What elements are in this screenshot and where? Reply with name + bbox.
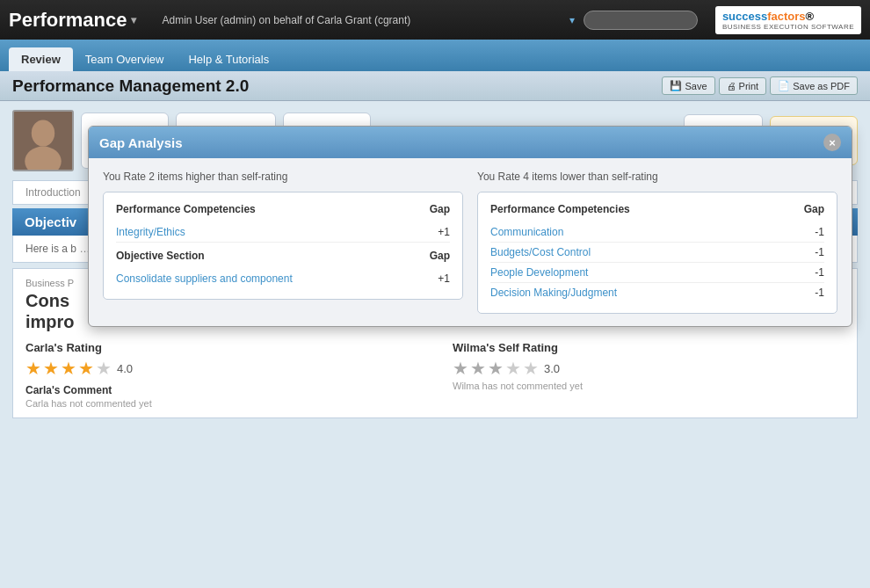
sf-logo: successfactors® BUSINESS EXECUTION SOFTW… bbox=[715, 6, 861, 34]
gap-right-panel: Performance Competencies Gap Communicati… bbox=[477, 192, 837, 314]
wilma-comment-text: Wilma has not commented yet bbox=[453, 381, 845, 391]
gap-right-link-2[interactable]: People Development bbox=[490, 266, 588, 279]
gap-left-panel: Performance Competencies Gap Integrity/E… bbox=[103, 192, 463, 300]
gap-right-container: You Rate 4 items lower than self-rating … bbox=[477, 171, 837, 314]
wilma-star-5: ★ bbox=[523, 358, 539, 379]
avatar bbox=[12, 110, 74, 171]
logo-sub: BUSINESS EXECUTION SOFTWARE bbox=[722, 23, 854, 31]
tab-review[interactable]: Review bbox=[9, 47, 73, 71]
carla-score: 4.0 bbox=[117, 362, 133, 375]
carla-rating-label: Carla's Rating bbox=[25, 341, 417, 354]
carla-star-2: ★ bbox=[43, 358, 59, 379]
gap-obj-col2: Gap bbox=[430, 250, 450, 262]
gap-obj-gap-0: +1 bbox=[438, 272, 450, 285]
gap-left-header: Performance Competencies Gap bbox=[116, 203, 450, 219]
print-icon: 🖨 bbox=[727, 81, 736, 91]
wilma-rating-label: Wilma's Self Rating bbox=[453, 341, 845, 354]
gap-analysis-popup: Gap Analysis × You Rate 2 items higher t… bbox=[88, 126, 852, 327]
objectives-body-text: Here is a b bbox=[25, 243, 76, 255]
gap-right-gap-3: -1 bbox=[815, 287, 824, 299]
carla-star-5: ★ bbox=[96, 358, 112, 379]
user-context: Admin User (admin) on behalf of Carla Gr… bbox=[163, 14, 561, 26]
gap-right-link-1[interactable]: Budgets/Cost Control bbox=[490, 246, 591, 258]
page-toolbar: Performance Management 2.0 💾 Save 🖨 Prin… bbox=[0, 71, 870, 101]
carla-star-1: ★ bbox=[25, 358, 41, 379]
gap-obj-header: Objective Section Gap bbox=[116, 250, 450, 265]
gap-right-gap-2: -1 bbox=[815, 266, 824, 279]
gap-left-col2: Gap bbox=[430, 203, 450, 215]
rating-row: Carla's Rating ★ ★ ★ ★ ★ 4.0 Carla's Com… bbox=[25, 341, 845, 409]
carla-rating-col: Carla's Rating ★ ★ ★ ★ ★ 4.0 Carla's Com… bbox=[25, 341, 417, 409]
gap-right-link-3[interactable]: Decision Making/Judgment bbox=[490, 287, 617, 299]
print-label: Print bbox=[739, 81, 759, 91]
gap-right-row-1: Budgets/Cost Control -1 bbox=[490, 243, 824, 263]
svg-rect-3 bbox=[14, 112, 72, 170]
intro-text: Introduction bbox=[25, 186, 81, 199]
gap-left-gap-0: +1 bbox=[438, 226, 450, 238]
wilma-score: 3.0 bbox=[544, 362, 560, 375]
gap-obj-link-0[interactable]: Consolidate suppliers and component bbox=[116, 272, 293, 285]
wilma-stars: ★ ★ ★ ★ ★ 3.0 bbox=[453, 358, 845, 379]
wilma-star-4: ★ bbox=[505, 358, 521, 379]
gap-left-title: You Rate 2 items higher than self-rating bbox=[103, 171, 463, 183]
main-nav: Review Team Overview Help & Tutorials bbox=[0, 40, 870, 71]
gap-popup-title: Gap Analysis bbox=[99, 135, 182, 150]
gap-right-col2: Gap bbox=[804, 203, 824, 215]
gap-right-col1: Performance Competencies bbox=[490, 203, 630, 215]
carla-stars: ★ ★ ★ ★ ★ 4.0 bbox=[25, 358, 417, 379]
gap-popup-header: Gap Analysis × bbox=[89, 127, 852, 158]
gap-right-row-0: Communication -1 bbox=[490, 222, 824, 243]
app-title[interactable]: Performance ▾ bbox=[9, 9, 136, 32]
logo-factors: factors bbox=[767, 10, 805, 23]
main-content: 3.8 Overall Score *0 Incomplete Items #2… bbox=[0, 101, 870, 588]
save-pdf-label: Save as PDF bbox=[793, 81, 850, 91]
gap-right-row-2: People Development -1 bbox=[490, 263, 824, 283]
gap-left-row-0: Integrity/Ethics +1 bbox=[116, 222, 450, 243]
pdf-icon: 📄 bbox=[778, 80, 790, 91]
save-button[interactable]: 💾 Save bbox=[662, 76, 714, 95]
gap-right-row-3: Decision Making/Judgment -1 bbox=[490, 283, 824, 302]
gap-right-gap-0: -1 bbox=[815, 226, 824, 238]
wilma-star-2: ★ bbox=[470, 358, 486, 379]
gap-right-title: You Rate 4 items lower than self-rating bbox=[477, 171, 837, 183]
wilma-star-3: ★ bbox=[488, 358, 504, 379]
gap-left-container: You Rate 2 items higher than self-rating… bbox=[103, 171, 463, 314]
wilma-star-1: ★ bbox=[453, 358, 468, 379]
carla-star-3: ★ bbox=[61, 358, 76, 379]
app-header: Performance ▾ Admin User (admin) on beha… bbox=[0, 0, 870, 40]
gap-obj-row-0: Consolidate suppliers and component +1 bbox=[116, 269, 450, 288]
carla-star-4: ★ bbox=[78, 358, 94, 379]
gap-right-link-0[interactable]: Communication bbox=[490, 226, 563, 238]
wilma-rating-col: Wilma's Self Rating ★ ★ ★ ★ ★ 3.0 Wilma … bbox=[453, 341, 845, 409]
save-label: Save bbox=[685, 81, 707, 91]
gap-left-col1: Performance Competencies bbox=[116, 203, 256, 215]
global-search-input[interactable] bbox=[584, 11, 698, 30]
save-icon: 💾 bbox=[670, 80, 682, 91]
save-pdf-button[interactable]: 📄 Save as PDF bbox=[770, 76, 858, 95]
carla-comment-label: Carla's Comment bbox=[25, 384, 417, 396]
gap-objective-section-label: Objective Section Gap bbox=[116, 250, 450, 265]
user-dropdown-icon[interactable]: ▾ bbox=[569, 14, 575, 26]
print-button[interactable]: 🖨 Print bbox=[719, 77, 767, 95]
objectives-title: Objectiv bbox=[25, 214, 76, 229]
avatar-image bbox=[14, 112, 72, 170]
tab-help-tutorials[interactable]: Help & Tutorials bbox=[176, 47, 281, 71]
tab-team-overview[interactable]: Team Overview bbox=[73, 47, 177, 71]
carla-comment-text: Carla has not commented yet bbox=[25, 398, 417, 409]
gap-close-button[interactable]: × bbox=[823, 134, 841, 151]
gap-right-gap-1: -1 bbox=[815, 246, 824, 258]
gap-body: You Rate 2 items higher than self-rating… bbox=[89, 158, 852, 326]
gap-left-link-0[interactable]: Integrity/Ethics bbox=[116, 226, 185, 238]
page-title: Performance Management 2.0 bbox=[12, 76, 658, 96]
gap-obj-col1: Objective Section bbox=[116, 250, 205, 262]
gap-right-header: Performance Competencies Gap bbox=[490, 203, 824, 219]
title-dropdown-icon[interactable]: ▾ bbox=[131, 14, 136, 26]
logo-success: success bbox=[722, 10, 767, 23]
